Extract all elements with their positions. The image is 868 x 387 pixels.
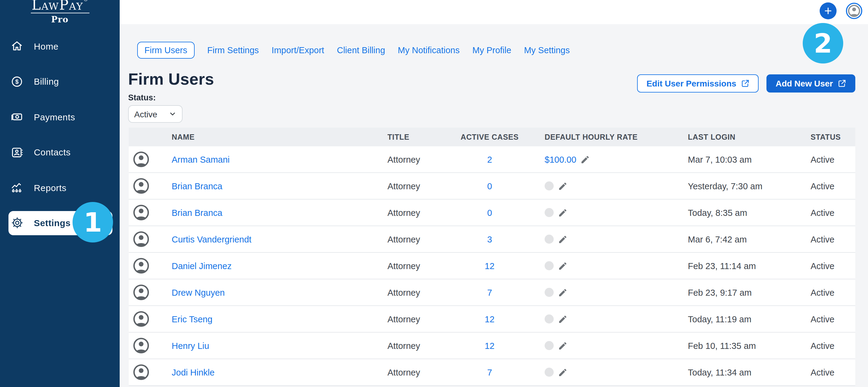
annotation-step-1: 1 — [72, 202, 113, 242]
last-login: Feb 23, 9:17 am — [688, 288, 752, 297]
home-icon — [10, 39, 24, 53]
edit-rate-icon[interactable] — [558, 288, 567, 297]
header-active-cases: ACTIVE CASES — [456, 133, 523, 141]
edit-rate-icon[interactable] — [558, 367, 567, 377]
active-cases-link[interactable]: 7 — [487, 367, 492, 377]
last-login: Today, 8:35 am — [688, 208, 747, 217]
button-label: Add New User — [776, 79, 833, 88]
rate-empty-dot — [545, 341, 554, 350]
table-header-row: NAME TITLE ACTIVE CASES DEFAULT HOURLY R… — [129, 127, 855, 146]
sidebar-item-payments[interactable]: Payments — [0, 105, 120, 129]
hourly-rate-link[interactable]: $100.00 — [545, 154, 576, 164]
active-cases-link[interactable]: 7 — [487, 288, 492, 297]
user-name-link[interactable]: Curtis Vandergriendt — [172, 234, 251, 244]
create-new-button[interactable] — [819, 2, 837, 19]
logo-divider — [31, 13, 89, 13]
header-last-login: LAST LOGIN — [680, 133, 801, 141]
user-name-link[interactable]: Drew Nguyen — [172, 288, 225, 297]
sidebar: LawPay® Pro Home $ Billing Payme — [0, 0, 120, 387]
account-menu-button[interactable] — [846, 2, 863, 19]
tab-firm-users[interactable]: Firm Users — [137, 42, 195, 59]
status-text: Active — [811, 261, 834, 271]
row-avatar-cell — [129, 284, 163, 300]
reports-icon — [10, 181, 24, 194]
row-avatar-cell — [129, 151, 163, 168]
user-avatar-icon — [133, 178, 149, 194]
active-cases-link[interactable]: 2 — [487, 154, 492, 164]
tab-my-profile[interactable]: My Profile — [472, 46, 512, 55]
active-cases-link[interactable]: 3 — [487, 234, 492, 244]
user-title: Attorney — [388, 154, 420, 164]
user-name-link[interactable]: Brian Branca — [172, 208, 222, 217]
user-title: Attorney — [388, 341, 420, 350]
user-name-link[interactable]: Brian Branca — [172, 181, 222, 191]
status-text: Active — [811, 341, 834, 350]
last-login: Feb 10, 11:35 am — [688, 341, 756, 350]
edit-user-permissions-button[interactable]: Edit User Permissions — [638, 75, 758, 92]
sidebar-item-home[interactable]: Home — [0, 34, 120, 58]
edit-rate-icon[interactable] — [558, 314, 567, 324]
user-name-link[interactable]: Daniel Jimenez — [172, 261, 231, 271]
user-title: Attorney — [388, 261, 420, 271]
active-cases-link[interactable]: 12 — [485, 314, 494, 324]
edit-rate-icon[interactable] — [558, 234, 567, 244]
page-title: Firm Users — [128, 70, 214, 89]
external-link-icon — [741, 79, 749, 88]
rate-empty-dot — [545, 235, 554, 244]
sidebar-item-reports[interactable]: Reports — [0, 175, 120, 200]
user-avatar-icon — [133, 231, 149, 247]
chevron-down-icon — [168, 110, 177, 118]
status-filter-label: Status: — [128, 93, 156, 102]
row-avatar-cell — [129, 364, 163, 380]
table-row: Henry Liu Attorney 12 Feb 10, 11:35 am A… — [129, 333, 855, 359]
rate-empty-dot — [545, 288, 554, 297]
active-cases-link[interactable]: 0 — [487, 181, 492, 191]
lawpay-logo: LawPay® Pro — [0, 0, 120, 24]
status-text: Active — [811, 208, 834, 217]
edit-rate-icon[interactable] — [558, 181, 567, 191]
row-avatar-cell — [129, 178, 163, 194]
edit-rate-icon[interactable] — [558, 261, 567, 271]
status-filter-value: Active — [134, 109, 168, 119]
add-new-user-button[interactable]: Add New User — [767, 75, 855, 92]
user-title: Attorney — [388, 181, 420, 191]
row-avatar-cell — [129, 258, 163, 274]
last-login: Feb 23, 11:14 am — [688, 261, 756, 271]
table-row: Curtis Vandergriendt Attorney 3 Mar 6, 7… — [129, 226, 855, 253]
annotation-step-2: 2 — [803, 23, 843, 63]
active-cases-link[interactable]: 12 — [485, 261, 494, 271]
billing-icon: $ — [10, 75, 24, 88]
row-avatar-cell — [129, 311, 163, 327]
status-text: Active — [811, 181, 834, 191]
table-row: Brian Branca Attorney 0 Today, 8:35 am A… — [129, 200, 855, 226]
sidebar-item-contacts[interactable]: Contacts — [0, 140, 120, 164]
user-name-link[interactable]: Arman Samani — [172, 154, 230, 164]
table-row: Eric Tseng Attorney 12 Today, 11:19 am A… — [129, 306, 855, 333]
user-name-link[interactable]: Jodi Hinkle — [172, 367, 215, 377]
user-name-link[interactable]: Eric Tseng — [172, 314, 213, 324]
tab-my-settings[interactable]: My Settings — [524, 46, 570, 55]
rate-empty-dot — [545, 315, 554, 324]
rate-empty-dot — [545, 368, 554, 377]
tab-import-export[interactable]: Import/Export — [272, 46, 324, 55]
table-body: Arman Samani Attorney 2 $100.00 Mar 7, 1… — [129, 146, 855, 386]
status-text: Active — [811, 234, 834, 244]
user-title: Attorney — [388, 234, 420, 244]
firm-users-table: NAME TITLE ACTIVE CASES DEFAULT HOURLY R… — [129, 127, 855, 386]
row-avatar-cell — [129, 231, 163, 247]
settings-tabs: Firm Users Firm Settings Import/Export C… — [137, 42, 570, 59]
tab-client-billing[interactable]: Client Billing — [337, 46, 385, 55]
edit-rate-icon[interactable] — [558, 208, 567, 217]
tab-my-notifications[interactable]: My Notifications — [398, 46, 460, 55]
sidebar-item-label: Billing — [34, 76, 59, 87]
edit-rate-icon[interactable] — [558, 341, 567, 350]
user-name-link[interactable]: Henry Liu — [172, 341, 209, 350]
table-row: Drew Nguyen Attorney 7 Feb 23, 9:17 am A… — [129, 279, 855, 306]
user-avatar-icon — [133, 204, 149, 221]
edit-rate-icon[interactable] — [581, 154, 590, 164]
tab-firm-settings[interactable]: Firm Settings — [207, 46, 259, 55]
status-filter-select[interactable]: Active — [128, 105, 183, 123]
active-cases-link[interactable]: 12 — [485, 341, 494, 350]
active-cases-link[interactable]: 0 — [487, 208, 492, 217]
sidebar-item-billing[interactable]: $ Billing — [0, 69, 120, 93]
